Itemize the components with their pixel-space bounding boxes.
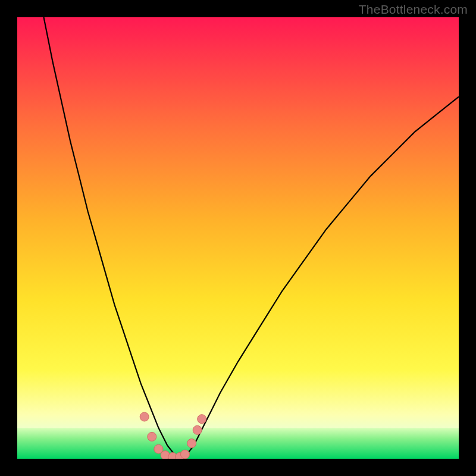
data-marker (181, 450, 190, 459)
plot-area (17, 17, 459, 459)
data-marker (148, 432, 156, 441)
data-marker (193, 425, 202, 434)
watermark-text: TheBottleneck.com (359, 2, 468, 17)
data-marker (198, 415, 206, 424)
chart-frame: TheBottleneck.com (0, 0, 476, 476)
data-marker (140, 412, 149, 421)
data-marker (187, 439, 196, 448)
valley-markers (17, 17, 459, 459)
